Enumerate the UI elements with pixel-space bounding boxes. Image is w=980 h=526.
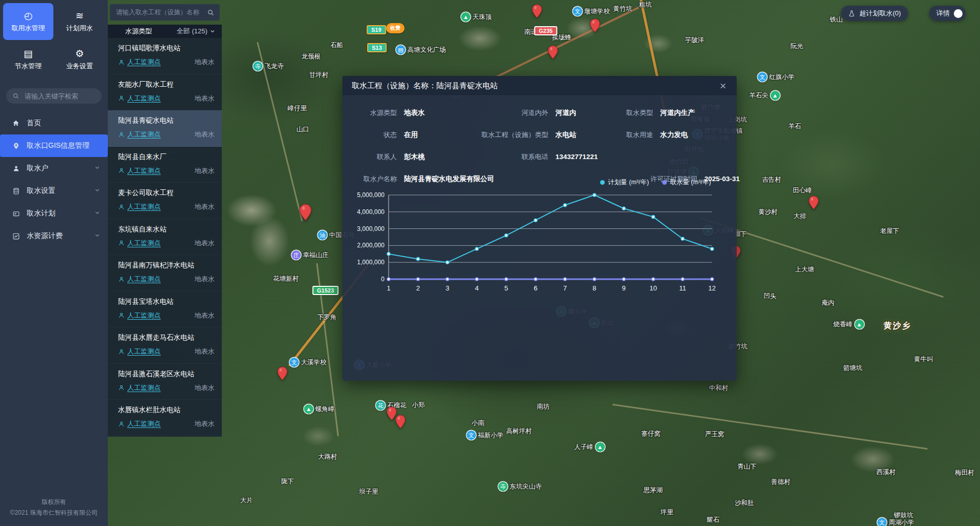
station-list-item[interactable]: 河口镇唱歌潭水电站 人工监测点 地表水 xyxy=(108,38,222,74)
close-icon[interactable] xyxy=(719,82,727,90)
map-label-text: 山口 xyxy=(297,125,310,134)
detail-toggle[interactable]: 详情 xyxy=(929,6,966,21)
monitor-type[interactable]: 人工监测点 xyxy=(127,239,161,248)
map-poi-icon[interactable]: ▲ xyxy=(595,442,605,452)
map-label: 下罗角 xyxy=(317,313,337,322)
svg-text:12: 12 xyxy=(708,284,716,292)
module-2[interactable]: ≋ 计划用水 xyxy=(54,3,105,40)
station-search[interactable] xyxy=(110,4,220,21)
station-name: 麦卡公司取水工程 xyxy=(118,188,215,198)
map-marker-pin[interactable] xyxy=(590,18,601,35)
water-source-filter[interactable]: 水源类型 全部 (125) xyxy=(108,25,222,38)
map-poi-icon[interactable]: 文 xyxy=(573,7,582,16)
map-label-text: 陇下 xyxy=(281,477,294,486)
sidebar-search-input[interactable] xyxy=(24,92,95,101)
station-list-item[interactable]: 陆河县自来水厂 人工监测点 地表水 xyxy=(108,147,222,183)
map-poi-icon[interactable]: 花 xyxy=(376,401,385,410)
map-poi-icon[interactable]: ▲ xyxy=(855,320,864,329)
module-3[interactable]: ▤ 节水管理 xyxy=(3,41,53,78)
map-label-text: 思茅湖 xyxy=(643,486,663,495)
filter-label: 水源类型 xyxy=(125,27,152,36)
water-source-type: 地表水 xyxy=(195,57,215,67)
over-plan-intake-button[interactable]: 超计划取水(0) xyxy=(841,6,908,21)
sidebar-item-2[interactable]: 取水口GIS信息管理 xyxy=(0,134,108,157)
sidebar-item-5[interactable]: 取水计划 xyxy=(0,202,108,225)
map-poi-icon[interactable]: 油 xyxy=(318,230,327,240)
monitor-type[interactable]: 人工监测点 xyxy=(127,166,161,176)
map-poi-icon[interactable]: 寺 xyxy=(498,482,508,491)
over-plan-intake-label: 超计划取水(0) xyxy=(859,9,901,18)
monitor-type[interactable]: 人工监测点 xyxy=(127,311,161,320)
map-label: 黄竹坑 xyxy=(613,5,632,13)
station-list-item[interactable]: 麦卡公司取水工程 人工监测点 地表水 xyxy=(108,183,222,219)
map-label: 寨仔窝 xyxy=(641,430,661,438)
person-icon xyxy=(118,384,125,391)
water-source-type: 地表水 xyxy=(195,166,215,176)
map-poi-icon[interactable]: ▲ xyxy=(304,404,313,414)
svg-text:10: 10 xyxy=(649,284,657,292)
module-1[interactable]: ◴ 取用水管理 xyxy=(3,3,53,40)
person-icon xyxy=(118,131,125,138)
detail-field: 取水用途 水力发电 xyxy=(620,130,723,140)
sidebar-item-1[interactable]: 首页 xyxy=(0,112,108,134)
sidebar-search[interactable] xyxy=(6,88,102,104)
chevron-down-icon xyxy=(209,28,216,34)
monitor-type[interactable]: 人工监测点 xyxy=(127,57,161,67)
monitor-type[interactable]: 人工监测点 xyxy=(127,419,161,428)
map-poi-icon[interactable]: 寺 xyxy=(253,62,262,71)
map-label-text: 下罗角 xyxy=(317,313,337,322)
map-poi-icon[interactable]: ▤ xyxy=(396,45,406,54)
map-label-text: 嶂仔里 xyxy=(287,104,307,113)
map-poi-icon[interactable]: 文 xyxy=(877,518,887,526)
map-marker-pin[interactable] xyxy=(277,366,288,383)
svg-text:0: 0 xyxy=(381,276,385,283)
legend-item[interactable]: 计划量 (m³/年) xyxy=(600,178,649,187)
map-label: 人子嶂▲ xyxy=(574,442,605,452)
sidebar-item-4[interactable]: 取水设置 xyxy=(0,180,108,202)
monitor-type[interactable]: 人工监测点 xyxy=(127,202,161,211)
station-search-input[interactable] xyxy=(115,8,204,16)
map-marker-pin[interactable] xyxy=(299,204,312,223)
map-poi-icon[interactable]: 文 xyxy=(290,358,299,367)
water-source-type: 地表水 xyxy=(195,419,215,428)
station-list-item[interactable]: 陆河县宝塔水电站 人工监测点 地表水 xyxy=(108,291,222,328)
module-4[interactable]: ⚙ 业务设置 xyxy=(54,41,105,78)
svg-text:4,000,000: 4,000,000 xyxy=(357,208,385,216)
sidebar-item-6[interactable]: 水资源计费 xyxy=(0,225,108,247)
monitor-type[interactable]: 人工监测点 xyxy=(127,347,161,356)
station-name: 陆河县南万镇杞洋水电站 xyxy=(118,261,215,270)
map-marker-pin[interactable] xyxy=(532,4,543,21)
map-poi-icon[interactable]: ▲ xyxy=(461,12,470,22)
search-icon[interactable] xyxy=(207,9,215,16)
station-list-item[interactable]: 水唇镇水栏肚水电站 人工监测点 地表水 xyxy=(108,400,222,436)
home-icon xyxy=(11,119,21,127)
map-label: 龙颈根 xyxy=(301,52,321,61)
map-poi-icon[interactable]: 文 xyxy=(758,72,767,82)
station-list-item[interactable]: 友能水厂取水工程 人工监测点 地表水 xyxy=(108,74,222,111)
svg-text:5,000,000: 5,000,000 xyxy=(357,191,385,199)
map-poi-icon[interactable]: 庄 xyxy=(292,250,301,260)
toggle-knob[interactable] xyxy=(954,9,963,18)
map-label-text: 羊石尖 xyxy=(749,91,768,100)
map-poi-icon[interactable]: ▲ xyxy=(771,91,780,100)
map-marker-pin[interactable] xyxy=(548,45,559,62)
station-list-item[interactable]: 陆河县激石溪老区水电站 人工监测点 地表水 xyxy=(108,364,222,400)
svg-text:7: 7 xyxy=(563,284,567,292)
map-label-text: 黄牛叫 xyxy=(914,355,933,364)
map-marker-pin[interactable] xyxy=(809,196,819,212)
map-marker-pin[interactable] xyxy=(395,415,406,431)
station-list-item[interactable]: 陆河县水唇走马石水电站 人工监测点 地表水 xyxy=(108,327,222,364)
station-list-item[interactable]: 陆河县青碇水电站 人工监测点 地表水 xyxy=(108,110,222,147)
station-list-item[interactable]: 陆河县南万镇杞洋水电站 人工监测点 地表水 xyxy=(108,255,222,291)
map-poi-icon[interactable]: 文 xyxy=(467,431,476,440)
legend-item[interactable]: 取水量 (m³/年) xyxy=(662,178,711,187)
station-list-item[interactable]: 东坑镇自来水站 人工监测点 地表水 xyxy=(108,219,222,256)
monitor-type[interactable]: 人工监测点 xyxy=(127,383,161,393)
monitor-type[interactable]: 人工监测点 xyxy=(127,94,161,103)
sidebar-item-3[interactable]: 取水户 xyxy=(0,157,108,180)
svg-text:2: 2 xyxy=(416,284,420,292)
map-label: 羊石尖▲ xyxy=(749,91,780,100)
monitor-type[interactable]: 人工监测点 xyxy=(127,130,161,139)
map-label: 坝子里 xyxy=(359,488,378,496)
monitor-type[interactable]: 人工监测点 xyxy=(127,275,161,284)
